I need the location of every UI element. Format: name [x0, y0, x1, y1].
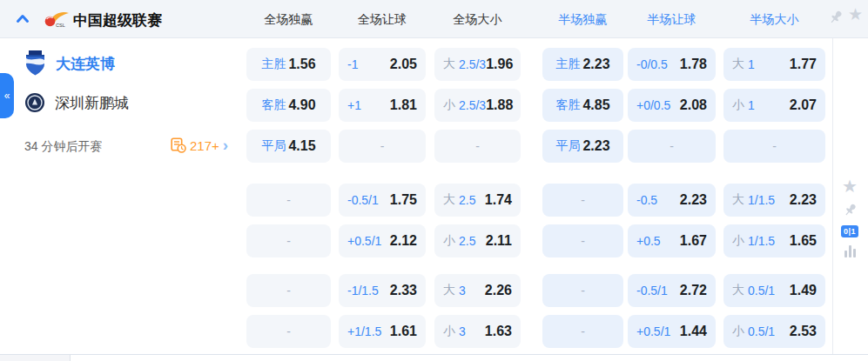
odds-line-label: +0.5: [636, 234, 661, 248]
odds-value: 2.72: [680, 283, 707, 298]
favorite-star-icon[interactable]: ★: [842, 177, 858, 195]
odds-cell[interactable]: +0.51.67: [628, 224, 716, 257]
away-team-name: 深圳新鹏城: [55, 93, 129, 113]
odds-cell[interactable]: 小2.5/31.88: [434, 89, 521, 122]
odds-cell[interactable]: 大11.77: [723, 48, 825, 81]
odds-line-label: -0.5: [636, 193, 657, 207]
column-header-half: 半场独赢: [542, 12, 623, 28]
odds-cell[interactable]: -1/1.52.33: [339, 274, 426, 307]
odds-value: 4.15: [288, 138, 315, 154]
odds-cell[interactable]: +0.5/12.12: [339, 224, 426, 257]
odds-selection-label: 大2.5: [443, 192, 475, 208]
odds-line-label: 2.5/3: [459, 98, 486, 112]
odds-line-label: -0.5/1: [636, 284, 668, 297]
score-toggle-badge[interactable]: 0|1: [841, 225, 858, 237]
odds-value: 1.67: [680, 233, 707, 249]
odds-value: 2.05: [390, 57, 417, 72]
odds-cell[interactable]: 大0.5/11.49: [723, 274, 825, 307]
odds-cell[interactable]: 客胜4.85: [542, 89, 623, 122]
odds-selection-label: 小1: [732, 97, 755, 113]
markets-list-icon: [171, 137, 186, 153]
more-markets-link[interactable]: 217+ ›: [171, 137, 228, 153]
odds-cell[interactable]: 小12.07: [723, 89, 825, 122]
odds-cell[interactable]: +0/0.52.08: [628, 89, 716, 122]
column-header-full: 全场大小: [434, 12, 521, 28]
odds-cell[interactable]: +11.81: [339, 89, 426, 122]
star-icon[interactable]: ★: [848, 6, 863, 23]
odds-cell[interactable]: 主胜2.23: [542, 48, 623, 81]
odds-cell-empty: -: [542, 274, 623, 307]
odds-cell-empty: -: [434, 130, 521, 163]
odds-line-label: 平局: [261, 138, 286, 154]
odds-value: 1.81: [390, 97, 417, 113]
odds-line-label: -0.5/1: [347, 193, 379, 207]
odds-cell[interactable]: 平局2.23: [542, 130, 623, 163]
odds-selection-label: +0.5/1: [636, 324, 670, 338]
odds-cell[interactable]: 主胜1.56: [246, 48, 331, 81]
odds-line-label: 0.5/1: [748, 324, 775, 338]
odds-selection-label: +0/0.5: [636, 98, 670, 112]
odds-cell[interactable]: 小2.52.11: [434, 224, 521, 257]
odds-selection-label: 大1: [732, 57, 755, 72]
odds-line-label: -1/1.5: [347, 284, 379, 297]
over-under-prefix: 小: [443, 97, 455, 113]
empty-odds-dash: -: [670, 139, 674, 153]
pin-icon[interactable]: [828, 10, 844, 25]
odds-cell[interactable]: -0.5/12.72: [628, 274, 716, 307]
pin-match-icon[interactable]: [843, 203, 858, 217]
odds-cell-empty: -: [246, 274, 331, 307]
odds-selection-label: 小1/1.5: [732, 233, 775, 249]
odds-cell[interactable]: 小31.63: [434, 315, 521, 348]
odds-cell[interactable]: +1/1.51.61: [339, 315, 426, 348]
odds-line-label: 主胜: [261, 57, 286, 72]
odds-selection-label: -0/0.5: [636, 57, 668, 71]
over-under-prefix: 小: [732, 233, 744, 249]
odds-cell[interactable]: 小0.5/12.53: [723, 315, 825, 348]
over-under-prefix: 大: [443, 192, 455, 208]
match-tools-rail: ★ 0|1: [838, 177, 862, 257]
over-under-prefix: 小: [443, 324, 455, 339]
odds-value: 2.08: [680, 97, 707, 113]
odds-selection-label: -1/1.5: [347, 284, 379, 297]
odds-cell[interactable]: +0.5/11.44: [628, 315, 716, 348]
odds-cell[interactable]: 大32.26: [434, 274, 521, 307]
away-team-row[interactable]: 深圳新鹏城: [24, 92, 129, 113]
odds-cell[interactable]: 大2.51.74: [434, 184, 521, 217]
odds-selection-label: -0.5: [636, 193, 657, 207]
odds-line-label: 3: [459, 324, 466, 338]
odds-cell[interactable]: -12.05: [339, 48, 426, 81]
odds-value: 2.23: [582, 57, 609, 72]
odds-value: 2.11: [486, 233, 512, 249]
odds-selection-label: 小3: [443, 324, 466, 339]
odds-selection-label: 平局: [555, 138, 580, 154]
odds-cell[interactable]: -0.5/11.75: [339, 184, 426, 217]
odds-line-label: +1/1.5: [347, 324, 381, 338]
empty-odds-dash: -: [772, 139, 777, 153]
over-under-prefix: 大: [732, 57, 744, 72]
home-team-row[interactable]: 大连英博: [24, 50, 115, 77]
odds-selection-label: 小2.5/3: [443, 97, 486, 113]
home-team-name: 大连英博: [56, 54, 115, 74]
odds-value: 1.63: [485, 324, 512, 339]
empty-odds-dash: -: [581, 234, 585, 248]
odds-cell[interactable]: -0.52.23: [628, 184, 716, 217]
odds-cell[interactable]: 平局4.15: [246, 130, 331, 163]
column-header-full: 全场让球: [339, 12, 426, 28]
collapse-sidebar-tab[interactable]: «: [0, 73, 14, 118]
odds-cell[interactable]: -0/0.51.78: [628, 48, 716, 81]
odds-cell[interactable]: 大1/1.52.23: [723, 184, 825, 217]
chevron-up-icon[interactable]: [16, 13, 30, 24]
odds-cell[interactable]: 小1/1.51.65: [723, 224, 825, 257]
away-team-crest-icon: [24, 92, 45, 113]
section-divider: [0, 354, 868, 355]
over-under-prefix: 小: [443, 233, 455, 249]
svg-text:CSL: CSL: [56, 23, 65, 28]
odds-selection-label: 小0.5/1: [732, 324, 775, 339]
odds-selection-label: +1: [347, 98, 361, 112]
odds-cell[interactable]: 大2.5/31.96: [434, 48, 521, 81]
odds-cell[interactable]: 客胜4.90: [246, 89, 331, 122]
odds-line-label: 1/1.5: [748, 193, 775, 207]
odds-selection-label: 小2.5: [443, 233, 475, 249]
odds-selection-label: 客胜: [555, 97, 580, 113]
bar-chart-icon[interactable]: [844, 245, 856, 257]
